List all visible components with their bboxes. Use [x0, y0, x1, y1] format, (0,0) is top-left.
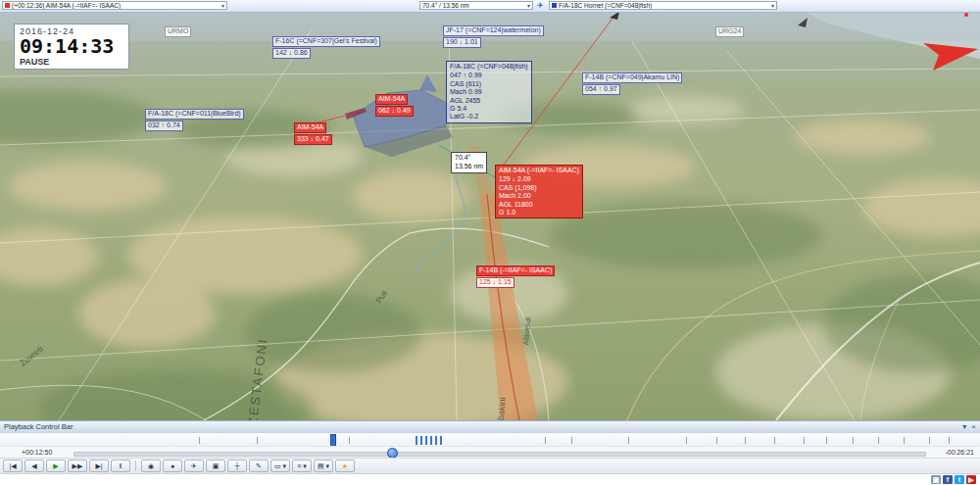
bearing-value: 70.4°	[455, 154, 483, 163]
track-info: 125 ↓ 1.15	[476, 277, 514, 288]
track-info: 032 ↑ 0.74	[145, 121, 183, 131]
track-label[interactable]: F-16C (=CNF=307|Gel's Festival)142 ↓ 0.8…	[272, 36, 380, 60]
bearing-range-label: 70.4° / 13.56 nm	[422, 2, 469, 9]
timeline-event-tick	[440, 436, 442, 445]
track-label[interactable]: AIM-54A062 ↓ 0.49	[375, 94, 414, 118]
timeline-event-tick	[416, 436, 417, 445]
secondary-object-dropdown[interactable]: F/A-18C Hornet (=CNF=048|fish) ▾	[549, 1, 777, 10]
measurement-label: 70.4° 13.56 nm	[451, 152, 487, 173]
telemetry-line: 129 ↓ 2.09	[499, 175, 579, 183]
aircraft-view-button[interactable]: ✈	[184, 460, 204, 472]
telemetry-box[interactable]: F/A-18C (=CNF=048|fish)047 ↑ 0.99CAS (61…	[446, 61, 532, 123]
camera-mode-button[interactable]: ◉	[141, 460, 161, 472]
timeline-tick	[804, 437, 805, 444]
timeline-overview[interactable]	[0, 432, 980, 447]
timeline-tick	[257, 437, 258, 444]
track-labels-layer: AIM-54A146 ↓ 3.05URMOF-16C (=CNF=307|Gel…	[0, 0, 980, 485]
close-icon[interactable]: ×	[971, 422, 976, 432]
secondary-object-label: F/A-18C Hornet (=CNF=048|fish)	[559, 2, 652, 9]
social-icons-group: ▣ft▶	[931, 475, 976, 484]
twitter-icon[interactable]: t	[955, 475, 964, 484]
timeline-tick	[199, 437, 200, 444]
youtube-icon[interactable]: ▶	[966, 475, 976, 484]
playback-state-label: PAUSE	[20, 57, 123, 67]
telemetry-view-button[interactable]: ▣	[206, 460, 225, 472]
map-place-name: ZESTAFONI	[245, 337, 270, 426]
dock-icon[interactable]: ▾	[962, 422, 966, 432]
timeline-tick	[716, 437, 717, 444]
timeline-event-tick	[425, 436, 427, 445]
map-place-name: Alaverdi	[521, 316, 532, 346]
timeline-tick	[545, 437, 546, 444]
charts-dropdown[interactable]: ▤ ▾	[314, 460, 333, 472]
track-info: 062 ↓ 0.49	[375, 106, 414, 117]
play-backward-button[interactable]: ◀	[24, 460, 44, 472]
crosshair-tool-button[interactable]: ┼	[227, 460, 247, 472]
telemetry-line: AGL 2455	[450, 97, 528, 105]
track-label[interactable]: AIM-54A333 ↓ 0.47	[294, 122, 332, 146]
track-title: AIM-54A	[294, 122, 326, 133]
timeline-groove[interactable]	[74, 452, 926, 457]
timeline-tick	[904, 437, 905, 444]
pencil-tool-button[interactable]: ✎	[249, 460, 269, 472]
chevron-down-icon: ▾	[527, 2, 530, 9]
track-label[interactable]: F-14B (=CNF=049|Akamu LIN)054 ↑ 0.97	[582, 73, 682, 96]
track-label[interactable]: URMO	[165, 26, 191, 38]
track-title: URG24	[715, 26, 744, 37]
timeline-tick	[686, 437, 687, 444]
shapes-dropdown[interactable]: ▭ ▾	[270, 460, 290, 472]
track-label[interactable]: F/A-18C (=CNF=011|BlueBird)032 ↑ 0.74	[145, 109, 244, 132]
telemetry-line: G 1.0	[499, 209, 579, 217]
telemetry-line: LatG -0.2	[450, 113, 528, 121]
telemetry-line: Mach 0.99	[450, 88, 528, 96]
frame-step-button[interactable]: ‖	[111, 460, 130, 472]
toolbar-separator	[135, 461, 136, 471]
timeline-event-tick	[435, 436, 437, 445]
playback-controls-row: |◀◀▶▶▶▶|‖◉●✈▣┼✎▭ ▾≡ ▾▤ ▾★	[0, 458, 980, 473]
range-value: 13.56 nm	[455, 163, 483, 171]
track-label[interactable]: JF-17 (=CNF=124|watermelon)190 ↓ 1.01	[443, 25, 544, 49]
track-label[interactable]: URG24	[715, 26, 744, 38]
chevron-down-icon: ▾	[771, 2, 774, 9]
track-title: URMO	[165, 26, 191, 37]
track-title: AIM-54A	[375, 94, 408, 105]
track-title: F-14B (=CNF=049|Akamu LIN)	[582, 73, 682, 83]
track-label[interactable]: F-14B (-=IIAF=- ISAAC)125 ↓ 1.15	[476, 266, 555, 289]
telemetry-line: CAS (611)	[450, 80, 528, 88]
globe-view-button[interactable]: ●	[163, 460, 182, 472]
track-title: F/A-18C (=CNF=011|BlueBird)	[145, 109, 244, 120]
window-icon[interactable]: ▣	[931, 475, 941, 484]
elapsed-time-label: +00:12:50	[22, 449, 52, 456]
bearing-range-dropdown[interactable]: 70.4° / 13.56 nm ▾	[419, 1, 533, 10]
facebook-icon[interactable]: f	[943, 475, 953, 484]
jump-end-button[interactable]: ▶|	[89, 460, 109, 472]
timeline-tick	[929, 437, 930, 444]
track-title: F-14B (-=IIAF=- ISAAC)	[476, 266, 555, 276]
jump-start-button[interactable]: |◀	[3, 460, 23, 472]
status-bar: ▣ft▶	[0, 473, 980, 485]
aircraft-icon	[552, 3, 557, 8]
timeline-tick	[853, 437, 854, 444]
aircraft-flag-icon: ✈	[537, 1, 544, 11]
missile-icon	[5, 3, 10, 8]
tracked-object-dropdown[interactable]: (+00:12:36) AIM-54A (-=IIAF=- ISAAC) ▾	[2, 1, 227, 10]
telemetry-box[interactable]: AIM-54A (-=IIAF=- ISAAC)129 ↓ 2.09CAS (1…	[495, 165, 583, 218]
timeline-tick	[774, 437, 775, 444]
playback-control-bar-header[interactable]: Playback Control Bar ▾×	[0, 420, 980, 432]
track-info: 054 ↑ 0.97	[582, 84, 620, 95]
timeline-tick	[745, 437, 746, 444]
timeline-event-tick	[430, 436, 432, 445]
telemetry-title: AIM-54A (-=IIAF=- ISAAC)	[499, 167, 579, 174]
layers-dropdown[interactable]: ≡ ▾	[292, 460, 312, 472]
clock-panel: 2016-12-24 09:14:33 PAUSE	[14, 24, 129, 70]
top-toolbar: (+00:12:36) AIM-54A (-=IIAF=- ISAAC) ▾ 7…	[0, 0, 980, 13]
track-info: 142 ↓ 0.86	[272, 48, 311, 59]
fast-forward-button[interactable]: ▶▶	[68, 460, 87, 472]
timeline-tick	[349, 437, 350, 444]
favorites-button[interactable]: ★	[335, 460, 355, 472]
telemetry-line: Mach 2.00	[499, 192, 579, 200]
map-place-name: Puti	[374, 289, 389, 305]
play-button[interactable]: ▶	[46, 460, 66, 472]
timeline-tick	[949, 437, 950, 444]
remaining-time-label: -00:26:21	[945, 449, 974, 456]
